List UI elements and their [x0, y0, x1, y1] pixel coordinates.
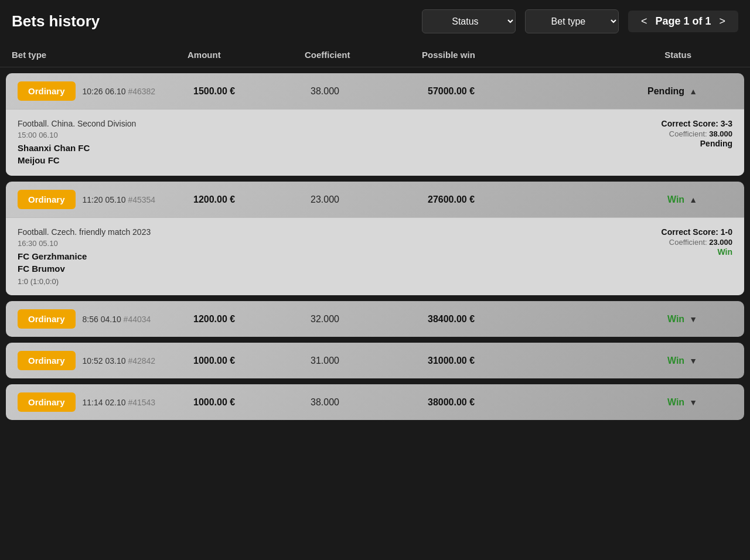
detail-sport: Football. Czech. friendly match 2023 — [18, 227, 151, 237]
bet-details: Football. China. Second Division 15:00 0… — [6, 109, 744, 176]
bet-coefficient: 31.000 — [311, 356, 428, 366]
bet-type-cell: Ordinary 11:14 02.10 #41543 — [18, 392, 193, 412]
detail-correct-score: Correct Score: 3-3 — [662, 119, 732, 128]
col-possible-win: Possible win — [422, 50, 574, 60]
detail-match-time: 15:00 06.10 — [18, 131, 136, 139]
bet-type-dropdown[interactable]: Bet type — [525, 9, 619, 33]
bet-status-label: Pending — [647, 86, 684, 97]
bet-type-cell: Ordinary 10:26 06.10 #46382 — [18, 81, 193, 101]
bet-card: Ordinary 10:26 06.10 #46382 1500.00 € 38… — [6, 73, 744, 176]
bet-coefficient: 23.000 — [311, 194, 428, 205]
bet-status-label: Win — [667, 194, 684, 205]
pagination: < Page 1 of 1 > — [628, 11, 738, 32]
detail-sport: Football. China. Second Division — [18, 119, 136, 128]
bet-row: Ordinary 11:14 02.10 #41543 1000.00 € 38… — [6, 384, 744, 420]
bet-coefficient: 32.000 — [311, 314, 428, 325]
bet-amount: 1500.00 € — [193, 86, 311, 97]
bet-status-label: Win — [667, 397, 684, 408]
bet-time: 11:20 05.10 #45354 — [83, 195, 156, 204]
detail-status: Pending — [662, 139, 732, 148]
detail-score: 1:0 (1:0,0:0) — [18, 277, 151, 286]
detail-status: Win — [662, 247, 732, 257]
chevron-icon: ▼ — [689, 315, 697, 324]
col-amount: Amount — [188, 50, 305, 60]
page-title: Bets history — [12, 12, 412, 30]
bet-card: Ordinary 11:20 05.10 #45354 1200.00 € 23… — [6, 182, 744, 295]
bet-possible-win: 31000.00 € — [428, 356, 580, 366]
prev-page-button[interactable]: < — [638, 15, 651, 28]
bet-time: 10:26 06.10 #46382 — [83, 87, 156, 96]
bets-list: Ordinary 10:26 06.10 #46382 1500.00 € 38… — [0, 73, 750, 420]
bet-row: Ordinary 8:56 04.10 #44034 1200.00 € 32.… — [6, 301, 744, 337]
col-bet-type: Bet type — [12, 50, 188, 60]
bet-possible-win: 57000.00 € — [428, 86, 580, 97]
bet-status-label: Win — [667, 314, 684, 325]
bet-type-cell: Ordinary 10:52 03.10 #42842 — [18, 351, 193, 370]
pagination-text: Page 1 of 1 — [655, 15, 711, 28]
chevron-icon: ▼ — [689, 398, 697, 407]
bet-coefficient: 38.000 — [311, 86, 428, 97]
detail-coefficient: Coefficient: 23.000 — [662, 237, 732, 247]
bet-status-label: Win — [667, 356, 684, 366]
bet-row: Ordinary 11:20 05.10 #45354 1200.00 € 23… — [6, 182, 744, 217]
ordinary-badge: Ordinary — [18, 190, 76, 209]
chevron-icon: ▼ — [689, 356, 697, 366]
bet-coefficient: 38.000 — [311, 397, 428, 408]
bet-time: 11:14 02.10 #41543 — [83, 398, 156, 407]
table-header: Bet type Amount Coefficient Possible win… — [0, 43, 750, 67]
bet-row: Ordinary 10:52 03.10 #42842 1000.00 € 31… — [6, 343, 744, 378]
bet-amount: 1200.00 € — [193, 194, 311, 205]
bet-status-cell[interactable]: Pending ▲ — [580, 86, 697, 97]
bet-amount: 1200.00 € — [193, 314, 311, 325]
bet-possible-win: 38000.00 € — [428, 397, 580, 408]
ordinary-badge: Ordinary — [18, 351, 76, 370]
detail-teams: Shaanxi Chan FCMeijou FC — [18, 142, 136, 166]
bet-time: 8:56 04.10 #44034 — [83, 315, 151, 324]
detail-correct-score: Correct Score: 1-0 — [662, 227, 732, 237]
bet-row: Ordinary 10:26 06.10 #46382 1500.00 € 38… — [6, 73, 744, 109]
bet-time: 10:52 03.10 #42842 — [83, 356, 156, 366]
chevron-icon: ▲ — [689, 87, 697, 96]
bet-type-cell: Ordinary 8:56 04.10 #44034 — [18, 309, 193, 329]
bet-card: Ordinary 10:52 03.10 #42842 1000.00 € 31… — [6, 343, 744, 378]
header: Bets history Status Bet type < Page 1 of… — [0, 0, 750, 43]
chevron-icon: ▲ — [689, 195, 697, 204]
bet-status-cell[interactable]: Win ▼ — [580, 356, 697, 366]
next-page-button[interactable]: > — [715, 15, 729, 28]
bet-card: Ordinary 8:56 04.10 #44034 1200.00 € 32.… — [6, 301, 744, 337]
detail-match-time: 16:30 05.10 — [18, 239, 151, 248]
bet-amount: 1000.00 € — [193, 397, 311, 408]
bet-amount: 1000.00 € — [193, 356, 311, 366]
ordinary-badge: Ordinary — [18, 309, 76, 329]
detail-coefficient: Coefficient: 38.000 — [662, 128, 732, 139]
col-coefficient: Coefficient — [305, 50, 422, 60]
ordinary-badge: Ordinary — [18, 392, 76, 412]
ordinary-badge: Ordinary — [18, 81, 76, 101]
bet-possible-win: 38400.00 € — [428, 314, 580, 325]
bet-status-cell[interactable]: Win ▼ — [580, 314, 697, 325]
bet-status-cell[interactable]: Win ▼ — [580, 397, 697, 408]
col-status: Status — [574, 50, 691, 60]
bet-possible-win: 27600.00 € — [428, 194, 580, 205]
detail-teams: FC GerzhmaniceFC Brumov — [18, 250, 151, 275]
bet-card: Ordinary 11:14 02.10 #41543 1000.00 € 38… — [6, 384, 744, 420]
status-dropdown[interactable]: Status — [422, 9, 516, 33]
bet-status-cell[interactable]: Win ▲ — [580, 194, 697, 205]
bet-type-cell: Ordinary 11:20 05.10 #45354 — [18, 190, 193, 209]
bet-details: Football. Czech. friendly match 2023 16:… — [6, 217, 744, 295]
